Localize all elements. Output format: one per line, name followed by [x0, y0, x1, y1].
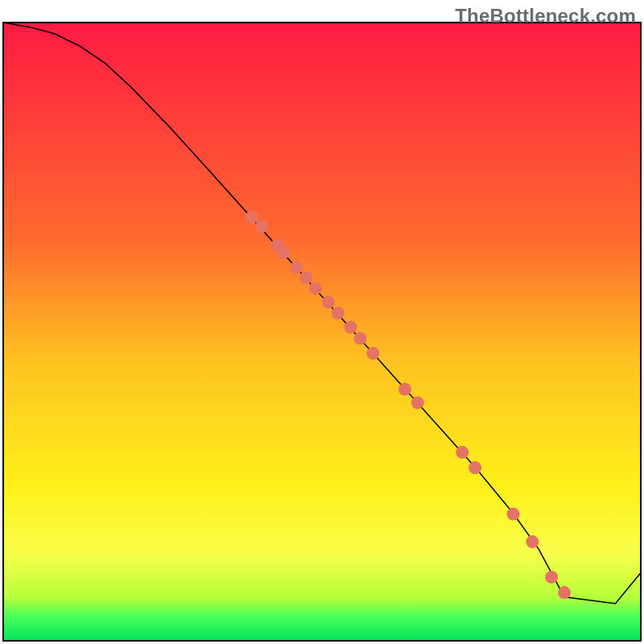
sample-point — [526, 535, 539, 548]
sample-point — [545, 571, 558, 584]
sample-point — [309, 282, 322, 295]
sample-point — [332, 307, 345, 320]
chart-svg — [0, 0, 644, 644]
sample-point — [278, 246, 291, 259]
sample-point — [507, 508, 520, 521]
sample-point — [290, 261, 303, 274]
sample-point — [411, 396, 424, 409]
bottleneck-chart: TheBottleneck.com — [0, 0, 644, 644]
sample-point — [354, 332, 367, 345]
watermark-text: TheBottleneck.com — [455, 5, 636, 27]
plot-background — [3, 23, 641, 641]
sample-point — [558, 586, 571, 599]
sample-point — [299, 271, 312, 284]
sample-point — [366, 347, 379, 360]
sample-point — [345, 321, 357, 334]
sample-point — [322, 295, 335, 308]
sample-point — [398, 382, 411, 395]
sample-point — [469, 461, 481, 474]
sample-point — [255, 220, 268, 233]
sample-point — [246, 211, 258, 224]
sample-point — [456, 446, 469, 459]
